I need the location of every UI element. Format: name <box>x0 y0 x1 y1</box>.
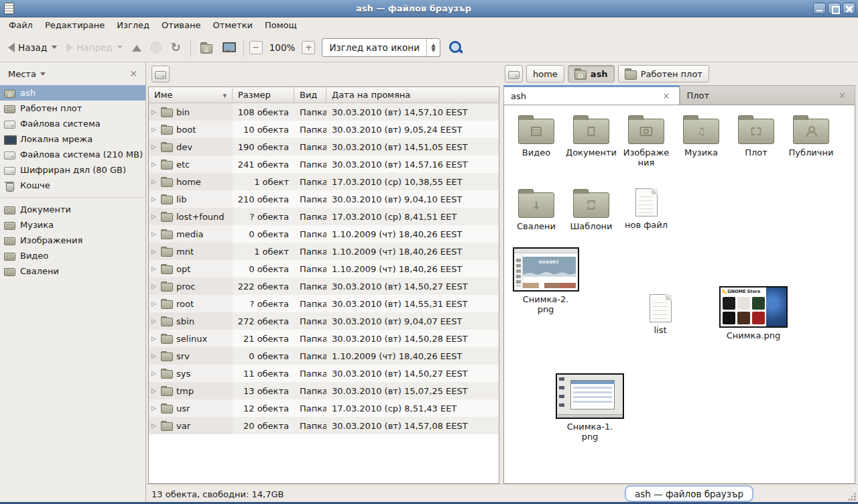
zoom-out-button[interactable]: − <box>249 41 263 54</box>
icon-view-item[interactable]: нов файл <box>621 188 672 232</box>
tab-close-icon[interactable]: ✕ <box>837 90 848 101</box>
expander-icon[interactable] <box>151 300 158 307</box>
menu-item[interactable]: Отиване <box>156 19 206 32</box>
expander-icon[interactable] <box>151 265 158 272</box>
tab-close-icon[interactable]: ✕ <box>661 91 672 101</box>
titlebar[interactable]: ash — файлов браузър <box>0 0 858 17</box>
sidebar-item[interactable]: Кошче <box>0 178 145 193</box>
table-row[interactable]: sbin 272 обекта Папка 30.03.2010 (вт) 9,… <box>149 312 499 330</box>
table-row[interactable]: var 20 обекта Папка 30.03.2010 (вт) 14,5… <box>149 417 499 434</box>
expander-icon[interactable] <box>151 109 158 115</box>
sidebar-item[interactable]: Видео <box>0 248 145 263</box>
sidebar-item[interactable]: Свалени <box>0 263 145 279</box>
icon-view-item[interactable]: Изображения <box>621 115 672 168</box>
expander-icon[interactable] <box>151 143 158 150</box>
table-row[interactable]: usr 12 обекта Папка 17.03.2010 (ср) 8,51… <box>149 399 499 417</box>
expander-icon[interactable] <box>151 405 158 412</box>
table-row[interactable]: selinux 21 обекта Папка 30.03.2010 (вт) … <box>149 330 499 347</box>
sidebar-item[interactable]: Музика <box>0 217 145 233</box>
icon-view-item[interactable]: Видео <box>511 115 562 168</box>
sidebar-item[interactable]: Изображения <box>0 233 145 248</box>
column-header-date[interactable]: Дата на промяна <box>326 87 499 103</box>
computer-button[interactable] <box>218 40 238 55</box>
menu-item[interactable]: Отметки <box>206 19 258 32</box>
table-row[interactable]: home 1 обект Папка 17.03.2010 (ср) 10,38… <box>149 173 499 190</box>
forward-button[interactable]: Напред <box>62 40 126 56</box>
table-row[interactable]: boot 10 обекта Папка 30.03.2010 (вт) 9,0… <box>149 121 499 138</box>
forward-dropdown-icon[interactable] <box>117 46 123 49</box>
table-row[interactable]: bin 108 обекта Папка 30.03.2010 (вт) 14,… <box>149 103 499 121</box>
path-desktop-button[interactable]: Работен плот <box>618 65 709 82</box>
column-header-type[interactable]: Вид <box>294 87 326 103</box>
table-row[interactable]: srv 0 обекта Папка 1.10.2009 (чт) 18,40,… <box>149 347 499 365</box>
sidebar-item[interactable]: Документи <box>0 202 145 217</box>
menu-item[interactable]: Изглед <box>111 19 156 32</box>
close-button[interactable] <box>843 3 855 14</box>
back-button[interactable]: Назад <box>4 40 61 56</box>
expander-icon[interactable] <box>151 248 158 255</box>
expander-icon[interactable] <box>151 178 158 185</box>
tree-root-button[interactable] <box>151 66 170 82</box>
table-row[interactable]: lost+found ? обекта Папка 17.03.2010 (ср… <box>149 208 499 225</box>
sidebar-item[interactable]: Шифриран дял (80 GB) <box>0 162 145 178</box>
table-row[interactable]: etc 241 обекта Папка 30.03.2010 (вт) 14,… <box>149 155 499 173</box>
expander-icon[interactable] <box>151 231 158 237</box>
resize-grip[interactable] <box>847 492 856 501</box>
expander-icon[interactable] <box>151 161 158 168</box>
expander-icon[interactable] <box>151 213 158 220</box>
icon-view-item[interactable]: Свалени <box>511 188 562 232</box>
expander-icon[interactable] <box>151 196 158 202</box>
expander-icon[interactable] <box>151 335 158 342</box>
table-row[interactable]: mnt 1 обект Папка 1.10.2009 (чт) 18,40,2… <box>149 243 499 260</box>
expander-icon[interactable] <box>151 283 158 290</box>
taskbar-window-button[interactable]: ash — файлов браузър <box>625 485 753 502</box>
path-root-button[interactable] <box>505 65 523 82</box>
sidebar-item[interactable]: ash <box>0 85 145 101</box>
table-row[interactable]: opt 0 обекта Папка 1.10.2009 (чт) 18,40,… <box>149 260 499 277</box>
table-row[interactable]: tmp 13 обекта Папка 30.03.2010 (вт) 15,0… <box>149 382 499 399</box>
stop-button[interactable] <box>147 40 166 56</box>
icon-view-canvas[interactable]: Видео Документи Изображения Музика Плот <box>503 105 855 484</box>
sidebar-close-icon[interactable]: ✕ <box>127 68 140 79</box>
expander-icon[interactable] <box>151 126 158 133</box>
search-button[interactable] <box>447 39 465 56</box>
icon-view-item[interactable]: Шаблони <box>566 188 617 232</box>
icon-view-item[interactable]: Плот <box>731 115 782 168</box>
menu-item[interactable]: Редактиране <box>39 19 111 32</box>
sidebar-item[interactable]: Файлова система <box>0 116 145 131</box>
file-snimka-1[interactable]: Снимка-1.png <box>555 373 625 442</box>
column-header-name[interactable]: Име <box>149 87 233 103</box>
table-row[interactable]: media 0 обекта Папка 1.10.2009 (чт) 18,4… <box>149 225 499 243</box>
icon-view-item[interactable]: Публични <box>786 115 837 168</box>
expander-icon[interactable] <box>151 422 158 429</box>
expander-icon[interactable] <box>151 318 158 324</box>
column-header-size[interactable]: Размер <box>233 87 294 103</box>
file-list[interactable]: list <box>638 294 682 336</box>
sidebar-item[interactable]: Локална мрежа <box>0 131 145 147</box>
path-current-button[interactable]: ash <box>568 65 615 82</box>
expander-icon[interactable] <box>151 387 158 394</box>
minimize-button[interactable] <box>813 3 826 14</box>
expander-icon[interactable] <box>151 370 158 377</box>
up-button[interactable] <box>128 41 145 54</box>
reload-button[interactable]: ↻ <box>167 40 185 56</box>
icon-view-item[interactable]: Музика <box>676 115 727 168</box>
file-snimka[interactable]: 🦶GNOME Store Снимка.png <box>717 286 790 341</box>
maximize-button[interactable] <box>828 3 841 14</box>
expander-icon[interactable] <box>151 353 158 359</box>
tab-plot[interactable]: Плот ✕ <box>680 85 856 105</box>
menu-item[interactable]: Файл <box>3 19 39 32</box>
sidebar-item[interactable]: Файлова система (210 MB) <box>0 147 145 162</box>
home-button[interactable] <box>196 39 217 56</box>
back-dropdown-icon[interactable] <box>52 46 57 49</box>
table-row[interactable]: proc 222 обекта Папка 30.03.2010 (вт) 14… <box>149 277 499 295</box>
table-row[interactable]: dev 190 обекта Папка 30.03.2010 (вт) 14,… <box>149 138 499 155</box>
table-row[interactable]: lib 210 обекта Папка 30.03.2010 (вт) 9,0… <box>149 190 499 208</box>
view-mode-select[interactable]: Изглед като икони ▲▼ <box>322 38 440 57</box>
zoom-in-button[interactable]: + <box>302 41 315 54</box>
icon-view-item[interactable]: Документи <box>566 115 617 168</box>
sidebar-item[interactable]: Работен плот <box>0 101 145 116</box>
file-snimka-2[interactable]: GUADEC Снимка-2.png <box>511 247 580 315</box>
tab-ash[interactable]: ash ✕ <box>503 85 680 105</box>
table-row[interactable]: sys 11 обекта Папка 30.03.2010 (вт) 14,5… <box>149 365 499 382</box>
